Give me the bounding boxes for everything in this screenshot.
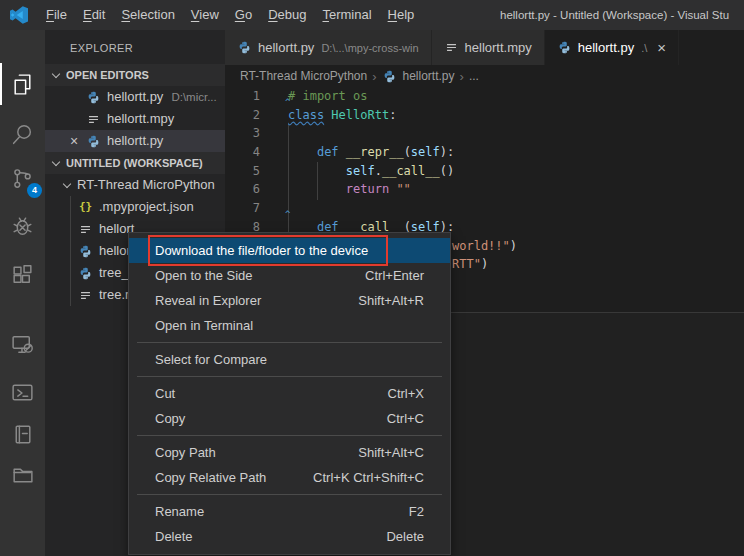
context-menu-item-copy-relative-path[interactable]: Copy Relative PathCtrl+K Ctrl+Shift+C — [129, 465, 450, 490]
tab-desc: D:\...\mpy-cross-win — [321, 42, 418, 54]
mnemonic-letter: G — [235, 7, 245, 22]
workspace-header[interactable]: UNTITLED (WORKSPACE) — [45, 152, 225, 174]
menu-separator — [137, 435, 442, 436]
code-token: ( — [404, 145, 411, 159]
menu-item-label: Cut — [155, 381, 175, 406]
menu-item-shortcut: Ctrl+Enter — [365, 263, 424, 288]
menubar-item-terminal[interactable]: Terminal — [314, 0, 379, 30]
line-content: class HelloRtt: — [288, 106, 396, 125]
context-menu-item-copy-path[interactable]: Copy PathShift+Alt+C — [129, 440, 450, 465]
code-token — [288, 145, 317, 159]
code-token: self — [346, 164, 375, 178]
breadcrumb-item-hellortt-py[interactable]: hellortt.py — [382, 69, 455, 84]
context-menu-item-copy[interactable]: CopyCtrl+C — [129, 406, 450, 431]
file-label: hellortt.py — [107, 86, 163, 108]
breadcrumb[interactable]: RT-Thread MicroPython›hellortt.py›... — [225, 65, 744, 87]
context-menu-item-delete[interactable]: DeleteDelete — [129, 524, 450, 549]
activity-search[interactable] — [0, 116, 45, 152]
activity-debug[interactable] — [0, 208, 45, 244]
breadcrumb-item-rt-thread-micropython[interactable]: RT-Thread MicroPython — [240, 69, 367, 83]
code-token: return — [346, 182, 389, 196]
activity-folder-browser[interactable] — [0, 456, 45, 492]
line-number: 7 — [225, 199, 260, 218]
context-menu: Download the file/floder to the deviceOp… — [128, 232, 451, 555]
open-editor-hellortt-mpy[interactable]: hellortt.mpy — [45, 108, 225, 130]
breadcrumb-item-[interactable]: ... — [469, 69, 479, 83]
tab-label: hellortt.py — [258, 40, 314, 55]
editor-tab-hellortt-py[interactable]: hellortt.pyD:\...\mpy-cross-win — [225, 30, 432, 65]
mpy-file-icon — [78, 222, 93, 237]
context-menu-item-open-in-terminal[interactable]: Open in Terminal — [129, 313, 450, 338]
menubar-item-help[interactable]: Help — [380, 0, 423, 30]
activity-bar: 4 — [0, 30, 45, 556]
menubar-item-edit[interactable]: Edit — [75, 0, 113, 30]
close-icon[interactable]: × — [70, 130, 82, 152]
code-token: RTT" — [452, 257, 481, 271]
breadcrumb-separator-icon: › — [460, 69, 464, 84]
breadcrumb-label: RT-Thread MicroPython — [240, 69, 367, 83]
sidebar-title: EXPLORER — [45, 30, 225, 64]
line-number: 2 — [225, 106, 260, 125]
device-monitor-icon — [10, 332, 35, 357]
tree-item-mpyproject-json[interactable]: {}.mpyproject.json — [45, 196, 225, 218]
context-menu-item-download-the-file-floder-to-the-device[interactable]: Download the file/floder to the device — [129, 238, 450, 263]
notebook-icon — [10, 422, 35, 447]
mnemonic-letter: F — [46, 7, 54, 22]
code-token: : — [389, 108, 396, 122]
mnemonic-letter: D — [268, 7, 277, 22]
chevron-down-icon — [63, 179, 71, 187]
menu-bar: FileEditSelectionViewGoDebugTerminalHelp — [38, 0, 422, 30]
tree-indent-guide — [70, 196, 71, 306]
tab-label: hellortt.py — [578, 40, 634, 55]
activity-device-monitor[interactable] — [0, 326, 45, 362]
menubar-item-go[interactable]: Go — [227, 0, 260, 30]
context-menu-item-rename[interactable]: RenameF2 — [129, 499, 450, 524]
context-menu-item-reveal-in-explorer[interactable]: Reveal in ExplorerShift+Alt+R — [129, 288, 450, 313]
open-editors-list: hellortt.pyD:\micr...hellortt.mpy×hellor… — [45, 86, 225, 152]
code-token: ) — [510, 239, 517, 253]
menubar-item-file[interactable]: File — [38, 0, 75, 30]
python-file-icon — [78, 244, 93, 259]
menu-item-label: Copy — [155, 406, 185, 431]
folder-label: RT-Thread MicroPython — [77, 174, 215, 196]
context-menu-item-cut[interactable]: CutCtrl+X — [129, 381, 450, 406]
code-line: 4 def __repr__(self): — [225, 143, 744, 162]
code-token: __repr__ — [346, 145, 404, 159]
open-editor-hellortt-py[interactable]: hellortt.pyD:\micr... — [45, 86, 225, 108]
activity-explorer[interactable] — [0, 66, 45, 102]
menu-item-shortcut: Delete — [386, 524, 424, 549]
workspace-label: UNTITLED (WORKSPACE) — [66, 152, 203, 174]
code-line: 2class HelloRtt: — [225, 106, 744, 125]
menu-item-shortcut: F2 — [409, 499, 424, 524]
menubar-item-view[interactable]: View — [183, 0, 227, 30]
editor-tab-hellortt-py[interactable]: hellortt.py.\× — [545, 30, 679, 65]
open-editor-hellortt-py[interactable]: ×hellortt.py — [45, 130, 225, 152]
open-editors-header[interactable]: OPEN EDITORS — [45, 64, 225, 86]
line-number: 4 — [225, 143, 260, 162]
menu-item-shortcut: Shift+Alt+R — [358, 288, 424, 313]
context-menu-item-select-for-compare[interactable]: Select for Compare — [129, 347, 450, 372]
menu-item-label: Delete — [155, 524, 193, 549]
menu-item-shortcut: Ctrl+K Ctrl+Shift+C — [313, 465, 424, 490]
activity-extensions[interactable] — [0, 256, 45, 292]
menu-item-label: Select for Compare — [155, 347, 267, 372]
menubar-item-selection[interactable]: Selection — [113, 0, 182, 30]
menu-item-label: Copy Relative Path — [155, 465, 266, 490]
close-icon[interactable]: × — [657, 39, 666, 56]
activity-powershell-terminal[interactable] — [0, 374, 45, 410]
folder-browser-icon — [10, 462, 35, 487]
menubar-item-debug[interactable]: Debug — [260, 0, 314, 30]
menu-item-label: Rename — [155, 499, 204, 524]
folder-rt-thread-micropython[interactable]: RT-Thread MicroPython — [45, 174, 225, 196]
editor-tab-hellortt-mpy[interactable]: hellortt.mpy — [432, 30, 545, 65]
activity-source-control[interactable]: 4 — [0, 160, 45, 196]
squiggle-caret: ^ — [285, 97, 290, 107]
activity-notebook[interactable] — [0, 416, 45, 452]
context-menu-item-open-to-the-side[interactable]: Open to the SideCtrl+Enter — [129, 263, 450, 288]
python-file-icon — [382, 69, 397, 84]
file-label: hellortt.py — [107, 130, 163, 152]
code-token — [339, 145, 346, 159]
file-label: hellortt.mpy — [107, 108, 174, 130]
line-content: # import os — [288, 87, 367, 106]
code-token: . — [375, 164, 382, 178]
